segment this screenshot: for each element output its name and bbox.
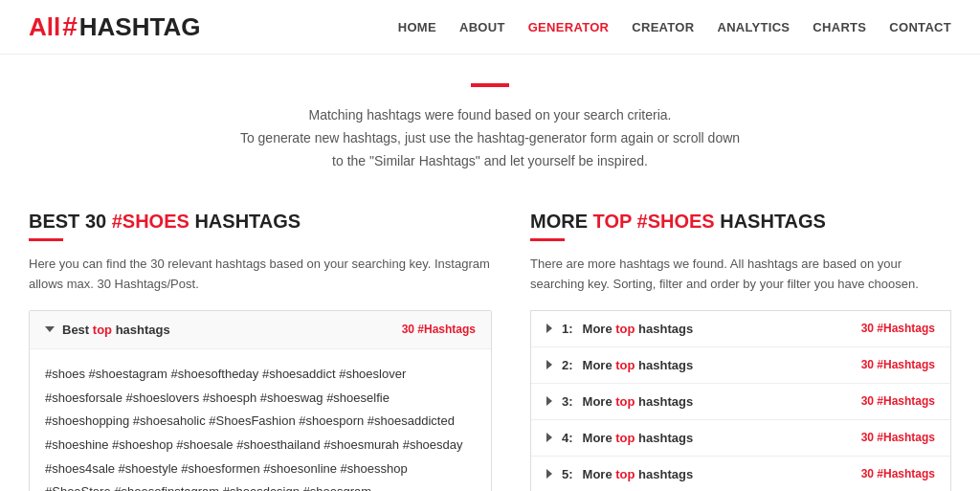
nav-about[interactable]: ABOUT [459, 20, 505, 34]
logo[interactable]: All#HASHTAG [29, 11, 200, 42]
more-item-label: More top hashtags [583, 394, 694, 409]
nav-charts[interactable]: CHARTS [813, 20, 866, 34]
header: All#HASHTAG HOME ABOUT GENERATOR CREATOR… [0, 0, 980, 55]
more-hashtag-item[interactable]: 5: More top hashtags 30 #Hashtags [531, 457, 950, 491]
nav-home[interactable]: HOME [398, 20, 436, 34]
more-item-num: 1: [562, 322, 573, 336]
accordion-label-text: Best top hashtags [62, 323, 170, 337]
chevron-right-icon [546, 433, 552, 442]
more-item-count: 30 #Hashtags [861, 431, 935, 444]
more-hashtag-item[interactable]: 4: More top hashtags 30 #Hashtags [531, 420, 950, 457]
more-item-left: 1: More top hashtags [546, 322, 693, 336]
nav-generator[interactable]: GENERATOR [528, 20, 610, 34]
more-item-count: 30 #Hashtags [861, 394, 935, 408]
hero-bar [471, 83, 509, 87]
left-title: BEST 30 #SHOES HASHTAGS [29, 211, 492, 233]
main-content: BEST 30 #SHOES HASHTAGS Here you can fin… [0, 191, 980, 491]
more-item-count: 30 #Hashtags [861, 358, 935, 371]
chevron-right-icon [546, 469, 552, 479]
hashtag-accordion: Best top hashtags 30 #Hashtags #shoes #s… [29, 310, 492, 491]
more-hashtag-item[interactable]: 1: More top hashtags 30 #Hashtags [531, 311, 950, 347]
logo-all: All [29, 12, 60, 42]
more-item-count: 30 #Hashtags [861, 467, 935, 480]
right-title: MORE TOP #SHOES HASHTAGS [530, 211, 951, 233]
more-item-num: 3: [562, 394, 573, 409]
chevron-right-icon [546, 324, 552, 333]
left-desc: Here you can find the 30 relevant hashta… [29, 255, 492, 295]
accordion-count: 30 #Hashtags [402, 323, 476, 336]
right-desc: There are more hashtags we found. All ha… [530, 255, 951, 295]
chevron-down-icon [45, 326, 55, 332]
more-hashtag-item[interactable]: 2: More top hashtags 30 #Hashtags [531, 347, 950, 384]
more-item-left: 4: More top hashtags [546, 431, 693, 445]
nav-contact[interactable]: CONTACT [889, 20, 951, 34]
more-item-count: 30 #Hashtags [861, 322, 935, 335]
accordion-header[interactable]: Best top hashtags 30 #Hashtags [30, 311, 491, 348]
logo-hash: # [62, 11, 78, 42]
hero-text: Matching hashtags were found based on yo… [19, 104, 961, 172]
more-item-label: More top hashtags [583, 358, 694, 372]
more-item-num: 4: [562, 431, 573, 445]
more-hashtags-list: 1: More top hashtags 30 #Hashtags 2: Mor… [530, 310, 951, 491]
logo-hashtag: HASHTAG [79, 12, 201, 42]
nav-creator[interactable]: CREATOR [632, 20, 694, 34]
right-underline [530, 238, 565, 241]
left-panel: BEST 30 #SHOES HASHTAGS Here you can fin… [29, 211, 492, 491]
more-item-num: 5: [562, 467, 573, 481]
more-item-label: More top hashtags [583, 322, 694, 336]
chevron-right-icon [546, 360, 552, 369]
right-panel: MORE TOP #SHOES HASHTAGS There are more … [530, 211, 951, 491]
more-item-left: 2: More top hashtags [546, 358, 693, 372]
hero-section: Matching hashtags were found based on yo… [0, 55, 980, 191]
chevron-right-icon [546, 396, 552, 406]
more-hashtag-item[interactable]: 3: More top hashtags 30 #Hashtags [531, 384, 950, 420]
accordion-body: #shoes #shoestagram #shoesoftheday #shoe… [30, 348, 491, 491]
main-nav: HOME ABOUT GENERATOR CREATOR ANALYTICS C… [398, 20, 951, 34]
more-item-label: More top hashtags [583, 467, 694, 481]
more-item-left: 3: More top hashtags [546, 394, 693, 409]
accordion-label: Best top hashtags [45, 323, 170, 337]
more-item-num: 2: [562, 358, 573, 372]
left-underline [29, 238, 63, 241]
more-item-label: More top hashtags [583, 431, 694, 445]
more-item-left: 5: More top hashtags [546, 467, 693, 481]
nav-analytics[interactable]: ANALYTICS [717, 20, 790, 34]
